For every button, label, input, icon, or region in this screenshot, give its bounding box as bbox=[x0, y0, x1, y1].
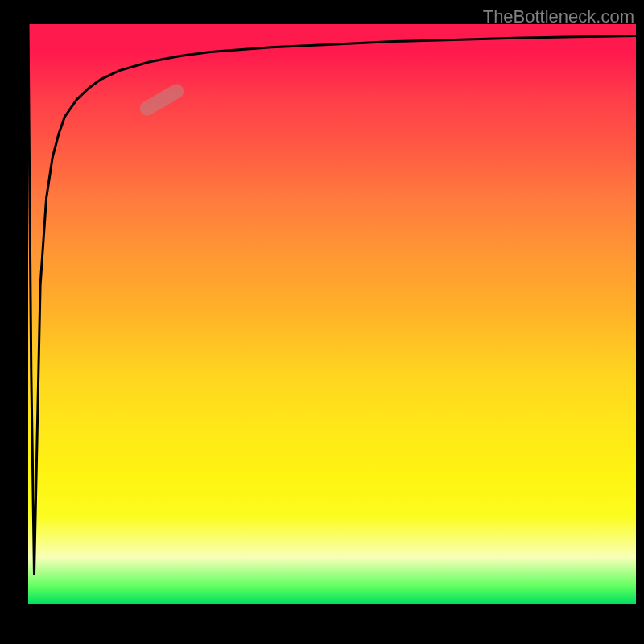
curve-line bbox=[28, 24, 636, 604]
chart-container: TheBottleneck.com bbox=[0, 0, 644, 644]
watermark-text: TheBottleneck.com bbox=[483, 6, 634, 27]
